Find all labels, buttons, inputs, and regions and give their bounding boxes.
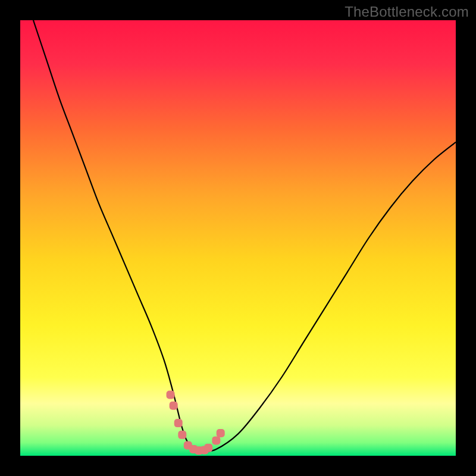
curve-layer [20, 20, 456, 456]
plot-area [20, 20, 456, 456]
marker-point [204, 444, 212, 452]
marker-point [178, 431, 186, 439]
marker-point [212, 436, 220, 444]
watermark-text: TheBottleneck.com [345, 4, 469, 20]
marker-point [170, 402, 178, 410]
chart-frame: TheBottleneck.com [0, 0, 476, 476]
marker-point [217, 429, 225, 437]
bottleneck-curve [33, 20, 456, 452]
marker-point [174, 419, 183, 427]
marker-point [167, 391, 175, 399]
